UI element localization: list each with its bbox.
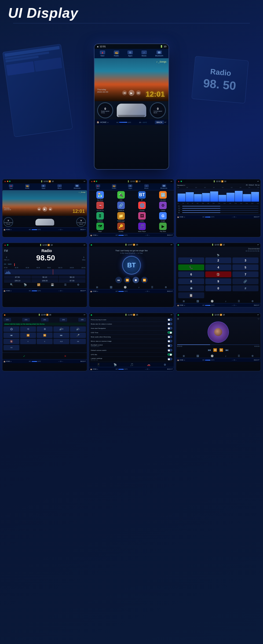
app-google[interactable]: G Google <box>153 212 173 222</box>
dial-star[interactable]: ✱ <box>178 285 204 291</box>
settings-toggle-4[interactable] <box>167 331 172 334</box>
bt-prev-btn[interactable]: ⏮ <box>115 277 122 283</box>
nav-music[interactable]: ♪ Music <box>141 50 147 57</box>
bt-icon-grid[interactable]: ⊞ <box>96 286 98 289</box>
music-home-icon[interactable]: 🏠 <box>177 359 179 361</box>
app-playstore[interactable]: ▶ Play Store <box>153 223 173 232</box>
dial-call[interactable]: 📞 <box>178 264 204 270</box>
bt-icon-note[interactable]: ♪ <box>138 286 140 289</box>
eq-setup-btn[interactable]: Set up <box>255 184 260 186</box>
bt-phone-clock-icon[interactable]: 🕐 <box>211 300 214 303</box>
bt-music-home-icon[interactable]: 🏠 <box>90 290 92 292</box>
nav-apps[interactable]: ⊞ Apps <box>127 50 133 57</box>
apps-nav-music[interactable]: ♪Music <box>144 184 149 189</box>
dial-6[interactable]: 6 <box>178 271 204 277</box>
bt-phone-list-icon[interactable]: ☰ <box>238 300 240 303</box>
app-calculator[interactable]: 🔢 Calculator <box>153 191 173 201</box>
radio-arrow-left[interactable]: ‹ <box>6 255 7 259</box>
music-gear-icon2[interactable]: ⚙ <box>251 355 254 357</box>
dial-3[interactable]: 3 <box>232 257 258 263</box>
dial-hangup[interactable]: 📵 <box>205 271 231 277</box>
dial-5[interactable]: 5 <box>232 264 258 270</box>
settings-home-icon[interactable]: 🏠 <box>90 368 92 370</box>
settings-toggle-9[interactable] <box>167 353 172 356</box>
hero-back-label[interactable]: BACK <box>155 121 164 124</box>
music-grid-icon[interactable]: ⊞ <box>183 355 185 357</box>
bt-icon-img[interactable]: 🖼 <box>110 286 112 289</box>
radio-save-icon[interactable]: 💾 <box>51 283 54 286</box>
sw-btn-refresh[interactable]: ⟲ <box>20 326 36 332</box>
dial-9[interactable]: 9 <box>205 278 231 284</box>
settings-toggle-10[interactable] <box>167 358 172 360</box>
bt-stop-btn[interactable]: ⏹ <box>133 277 139 283</box>
radio-antenna-icon[interactable]: 📡 <box>24 283 27 286</box>
sw-btn-vol-up[interactable]: 🔊+ <box>53 326 69 332</box>
bt-phone-img-icon[interactable]: 🖼 <box>196 300 199 303</box>
bt-phone-back-label[interactable]: BACK <box>254 304 258 306</box>
bt-music-back-label[interactable]: BACK <box>167 290 171 292</box>
dial-1[interactable]: 1 <box>178 257 204 263</box>
home-nav-music[interactable]: ♪ Music <box>57 184 62 189</box>
music-ff-btn[interactable]: ⏩ <box>219 348 223 352</box>
bt-phone-grid-icon[interactable]: ⊞ <box>183 300 185 303</box>
nav-bluetooth[interactable]: ☎ Bluetooth <box>155 50 163 57</box>
app-equalizer[interactable]: 🎛 Equalizer <box>90 212 110 222</box>
dial-8[interactable]: 8 <box>178 278 204 284</box>
dial-link[interactable]: 🔗 <box>232 278 258 284</box>
home-nav-bluetooth[interactable]: ☎ Bluetooth <box>74 184 81 189</box>
music-img-icon[interactable]: 🖼 <box>196 355 199 357</box>
radio-preset-2[interactable]: 90.10 <box>31 276 58 279</box>
radio-arrow-right[interactable]: › <box>83 255 84 259</box>
app-musicplayer[interactable]: 🎵 Music Player <box>132 223 152 232</box>
sw-btn-vol-down[interactable]: 🔊- <box>70 326 86 332</box>
settings-wifi-icon[interactable]: 📡 <box>114 363 117 366</box>
music-next-btn[interactable]: ⏭ <box>225 348 229 352</box>
sw-home-icon[interactable]: 🏠 <box>3 361 5 362</box>
sw-btn-fm[interactable]: FM <box>3 345 19 350</box>
sw-confirm-no[interactable]: ✕ <box>61 354 69 358</box>
app-chrome[interactable]: 🌐 Chrome <box>132 202 152 211</box>
bt-phone-home-icon[interactable]: 🏠 <box>177 304 179 306</box>
nav-radio[interactable]: 📻 Radio <box>114 50 119 57</box>
app-control[interactable]: ⚙ Control <box>153 202 173 211</box>
dial-0[interactable]: 0 <box>205 285 231 291</box>
music-menu-icon[interactable]: ☰ <box>177 318 179 320</box>
bt-icon-list[interactable]: ☰ <box>151 286 153 289</box>
bt-rewind-btn[interactable]: ⏪ <box>124 277 130 283</box>
app-carbitlink[interactable]: 🔗 CarbitLink <box>111 202 131 211</box>
sw-confirm-yes[interactable]: ✓ <box>20 354 28 358</box>
app-mcxkey[interactable]: 🔑 mcxKey <box>111 223 131 232</box>
bt-phone-gear-icon[interactable]: ⚙ <box>251 300 254 303</box>
sw-btn-k1[interactable]: K <box>20 339 36 344</box>
sw-btn-prev[interactable]: ⏮ <box>3 333 19 338</box>
home-nav-apps[interactable]: ⊞ Apps <box>41 184 46 189</box>
radio-preset-4[interactable]: 106.10 <box>4 279 31 282</box>
settings-phone-icon[interactable]: 📱 <box>97 363 100 366</box>
radio-preset-6[interactable]: 87.50 <box>59 279 86 282</box>
radio-search-icon[interactable]: 🔍 <box>10 283 13 286</box>
apps-nav-bluetooth[interactable]: ☎Bluetooth <box>160 184 167 189</box>
sw-btn-aux[interactable]: AUX <box>53 339 69 344</box>
apps-nav-radio[interactable]: 📻Radio <box>112 184 116 189</box>
music-prev-btn[interactable]: ⏮ <box>208 348 211 352</box>
eq-all-btn[interactable]: All <box>246 184 248 186</box>
apps-nav-navi[interactable]: ▲Navi <box>96 184 100 189</box>
radio-preset-5[interactable]: 108.00 <box>31 279 58 282</box>
dial-hash[interactable]: # <box>232 285 258 291</box>
app-filemanager[interactable]: 📁 FileManager <box>111 212 131 222</box>
nav-navi[interactable]: ▲ Navi <box>100 50 105 57</box>
sw-btn-next[interactable]: ⏭ <box>53 333 69 338</box>
home-back-label[interactable]: BACK <box>81 229 84 230</box>
apps-nav-apps[interactable]: ⊞Apps <box>128 184 132 189</box>
radio-dx[interactable]: DX <box>4 263 6 266</box>
home-home-icon[interactable]: 🏠 <box>3 229 5 231</box>
radio-loop-icon[interactable]: 🔁 <box>37 283 40 286</box>
music-progress-bar[interactable] <box>177 344 260 345</box>
app-aux[interactable]: 🔌 AUX <box>111 191 131 201</box>
app-maps[interactable]: 🗺 Maps <box>90 223 110 232</box>
radio-list-icon[interactable]: ☰ <box>64 283 67 286</box>
radio-home-icon[interactable]: 🏠 <box>3 290 5 292</box>
dial-2[interactable]: 2 <box>205 257 231 263</box>
music-note-icon[interactable]: ♪ <box>225 355 227 357</box>
app-appstore[interactable]: 🏪 App Store <box>90 191 110 201</box>
